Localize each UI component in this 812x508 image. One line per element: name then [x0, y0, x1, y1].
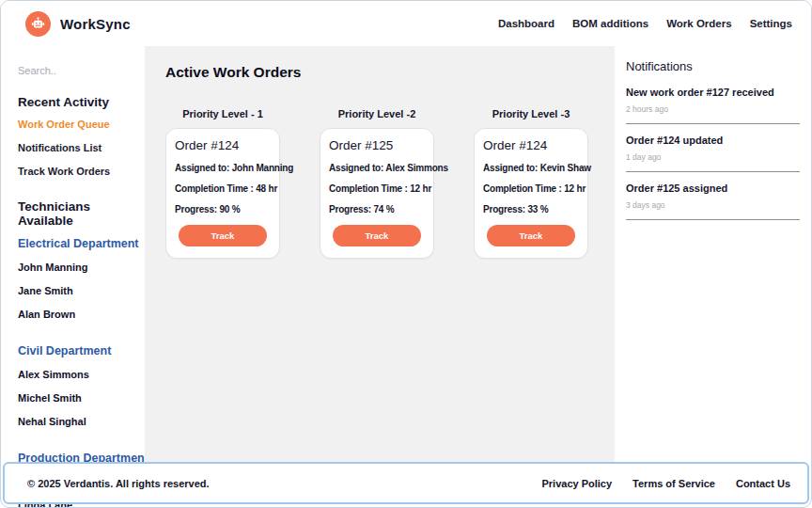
recent-activity-heading: Recent Activity: [18, 95, 132, 109]
work-order-cards: Priority Level - 1 Order #124 Assigned t…: [165, 108, 596, 259]
top-header: WorkSync Dashboard BOM additions Work Or…: [1, 1, 811, 46]
notifications-heading: Notifications: [626, 59, 800, 73]
technician-name: Alex Simmons: [18, 369, 132, 380]
nav-dashboard[interactable]: Dashboard: [498, 18, 554, 29]
sidebar-item-notifications-list[interactable]: Notifications List: [18, 142, 132, 153]
assigned-to: Assigned to: Alex Simmons: [329, 163, 425, 173]
work-order-card: Order #124 Assigned to: John Manning Com…: [165, 128, 280, 259]
progress: Progress: 90 %: [175, 204, 271, 214]
notification-text: Order #124 updated: [626, 135, 800, 146]
technicians-heading: Technicians Available: [18, 199, 132, 228]
order-id: Order #125: [329, 138, 425, 152]
nav-work-orders[interactable]: Work Orders: [666, 18, 731, 29]
footer: © 2025 Verdantis. All rights reserved. P…: [3, 462, 809, 504]
department-title: Electrical Department: [18, 237, 132, 250]
completion-time: Completion Time : 12 hr: [329, 183, 425, 194]
department-civil: Civil Department Alex Simmons Michel Smi…: [18, 344, 132, 427]
technician-name: John Manning: [18, 262, 132, 273]
completion-time: Completion Time : 12 hr: [483, 183, 579, 194]
top-nav: Dashboard BOM additions Work Orders Sett…: [498, 18, 792, 29]
search-input[interactable]: [18, 63, 121, 78]
technician-name: Alan Brown: [18, 309, 132, 320]
notifications-panel: Notifications New work order #127 receiv…: [615, 46, 811, 462]
track-button[interactable]: Track: [487, 225, 575, 246]
work-order-card: Order #125 Assigned to: Alex Simmons Com…: [320, 128, 434, 259]
track-button[interactable]: Track: [179, 225, 267, 246]
worksync-app: WorkSync Dashboard BOM additions Work Or…: [0, 0, 812, 508]
footer-links: Privacy Policy Terms of Service Contact …: [541, 478, 790, 489]
technician-name: Michel Smith: [18, 392, 132, 404]
completion-time: Completion Time : 48 hr: [175, 183, 271, 194]
main-panel: Active Work Orders Priority Level - 1 Or…: [145, 46, 615, 462]
page-title: Active Work Orders: [165, 64, 596, 81]
notification-time: 2 hours ago: [626, 104, 800, 114]
work-order-column-1: Priority Level - 1 Order #124 Assigned t…: [165, 108, 280, 259]
notification-item[interactable]: Order #124 updated 1 day ago: [626, 135, 800, 172]
notification-item[interactable]: New work order #127 received 2 hours ago: [626, 87, 800, 124]
notification-time: 3 days ago: [626, 200, 800, 210]
robot-logo-icon: [25, 11, 51, 37]
order-id: Order #124: [175, 138, 271, 152]
work-order-column-2: Priority Level -2 Order #125 Assigned to…: [320, 108, 434, 259]
assigned-to: Assigned to: Kevin Shaw: [483, 163, 579, 173]
footer-link-privacy-policy[interactable]: Privacy Policy: [541, 478, 612, 489]
content-row: Recent Activity Work Order Queue Notific…: [1, 46, 811, 462]
order-id: Order #124: [483, 138, 579, 152]
notification-time: 1 day ago: [626, 152, 800, 162]
priority-label: Priority Level - 1: [165, 108, 280, 119]
technician-name: Jane Smith: [18, 285, 132, 296]
track-button[interactable]: Track: [333, 225, 421, 246]
technician-name: Nehal Singhal: [18, 416, 132, 427]
nav-bom-additions[interactable]: BOM additions: [572, 18, 648, 29]
sidebar-item-work-order-queue[interactable]: Work Order Queue: [18, 119, 132, 130]
left-sidebar: Recent Activity Work Order Queue Notific…: [1, 46, 145, 462]
copyright-text: © 2025 Verdantis. All rights reserved.: [27, 478, 210, 489]
notification-text: New work order #127 received: [626, 87, 800, 98]
progress: Progress: 74 %: [329, 204, 425, 214]
notification-text: Order #125 assigned: [626, 183, 800, 194]
department-electrical: Electrical Department John Manning Jane …: [18, 237, 132, 320]
app-title: WorkSync: [60, 16, 131, 32]
assigned-to: Assigned to: John Manning: [175, 163, 271, 173]
sidebar-item-track-work-orders[interactable]: Track Work Orders: [18, 166, 132, 177]
priority-label: Priority Level -2: [320, 108, 434, 119]
footer-link-terms-of-service[interactable]: Terms of Service: [632, 478, 715, 489]
nav-settings[interactable]: Settings: [750, 18, 792, 29]
priority-label: Priority Level -3: [474, 108, 588, 119]
footer-link-contact-us[interactable]: Contact Us: [736, 478, 790, 489]
notification-item[interactable]: Order #125 assigned 3 days ago: [626, 183, 800, 220]
progress: Progress: 33 %: [483, 204, 579, 214]
work-order-card: Order #124 Assigned to: Kevin Shaw Compl…: [474, 128, 588, 259]
department-title: Civil Department: [18, 344, 132, 357]
brand: WorkSync: [25, 11, 131, 37]
work-order-column-3: Priority Level -3 Order #124 Assigned to…: [474, 108, 588, 259]
